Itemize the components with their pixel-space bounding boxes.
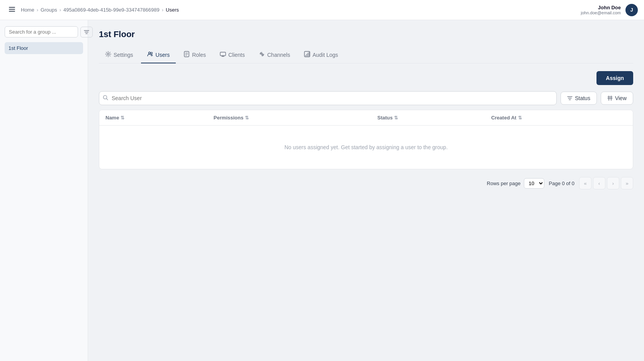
- assign-button[interactable]: Assign: [596, 71, 633, 85]
- user-email: john.doe@email.com: [581, 10, 621, 15]
- col-created-at-sort[interactable]: Created At ⇅: [491, 115, 627, 121]
- app-layout: 1st Floor 1st Floor Settings: [0, 20, 644, 361]
- col-status-sort[interactable]: Status ⇅: [377, 115, 479, 121]
- tab-clients-label: Clients: [228, 52, 245, 58]
- last-page-button[interactable]: »: [621, 177, 633, 189]
- rows-per-page-select[interactable]: 10 25 50: [524, 178, 544, 189]
- users-table: Name ⇅ Permissions ⇅ Sta: [99, 110, 633, 169]
- page-nav: « ‹ › »: [579, 177, 633, 189]
- tabs: Settings Users: [99, 47, 633, 63]
- breadcrumb-group-id[interactable]: 495a0869-4deb-415b-99e9-334747866989: [63, 7, 160, 13]
- avatar: J: [625, 4, 638, 16]
- empty-row: No users assigned yet. Get started by as…: [99, 126, 633, 169]
- breadcrumb-sep-2: ›: [59, 7, 61, 13]
- top-navigation: Home › Groups › 495a0869-4deb-415b-99e9-…: [0, 0, 644, 20]
- clients-icon: [220, 51, 226, 59]
- main-content: 1st Floor Settings: [88, 20, 644, 361]
- roles-icon: [184, 51, 190, 59]
- user-info: John Doe john.doe@email.com: [581, 5, 621, 15]
- breadcrumb-sep-1: ›: [37, 7, 38, 13]
- view-label: View: [615, 95, 627, 101]
- sidebar-search-row: [5, 26, 83, 37]
- users-icon: [147, 51, 153, 59]
- status-filter-button[interactable]: Status: [561, 92, 597, 105]
- col-permissions-label: Permissions: [214, 115, 243, 121]
- breadcrumb-current: Users: [166, 7, 179, 13]
- user-name: John Doe: [581, 5, 621, 10]
- col-permissions-sort[interactable]: Permissions ⇅: [214, 115, 365, 121]
- audit-logs-icon: [304, 51, 310, 59]
- tab-roles[interactable]: Roles: [177, 47, 212, 63]
- sidebar-toggle-button[interactable]: [6, 3, 18, 16]
- user-search-wrapper: [99, 91, 557, 105]
- sort-icon-status: ⇅: [394, 115, 398, 121]
- tab-settings[interactable]: Settings: [99, 47, 139, 63]
- sort-icon-created-at: ⇅: [518, 115, 522, 121]
- search-input[interactable]: [5, 26, 78, 37]
- svg-line-23: [107, 99, 108, 100]
- pagination-row: Rows per page 10 25 50 Page 0 of 0 « ‹ ›…: [99, 175, 633, 191]
- sort-icon-name: ⇅: [121, 115, 124, 121]
- sidebar-item-1st-floor[interactable]: 1st Floor: [5, 42, 83, 54]
- user-search-input[interactable]: [99, 91, 557, 105]
- toolbar-row: Assign: [99, 71, 633, 85]
- page-title: 1st Floor: [99, 29, 633, 39]
- col-created-at: Created At ⇅: [485, 110, 633, 126]
- tab-channels-label: Channels: [267, 52, 290, 58]
- col-permissions: Permissions ⇅: [207, 110, 371, 126]
- tab-clients[interactable]: Clients: [214, 47, 251, 63]
- topnav-left: Home › Groups › 495a0869-4deb-415b-99e9-…: [6, 3, 179, 16]
- status-filter-label: Status: [575, 95, 590, 101]
- rows-per-page-label: Rows per page: [487, 180, 520, 186]
- rows-per-page: Rows per page 10 25 50: [487, 178, 544, 189]
- next-page-button[interactable]: ›: [607, 177, 619, 189]
- col-status-label: Status: [377, 115, 393, 121]
- col-created-at-label: Created At: [491, 115, 516, 121]
- search-icon: [103, 95, 108, 102]
- breadcrumb-groups[interactable]: Groups: [41, 7, 57, 13]
- svg-rect-2: [9, 11, 15, 12]
- topnav-right: John Doe john.doe@email.com J: [581, 4, 638, 16]
- settings-icon: [105, 51, 111, 59]
- tab-roles-label: Roles: [192, 52, 206, 58]
- svg-rect-13: [220, 52, 226, 56]
- first-page-button[interactable]: «: [579, 177, 591, 189]
- svg-rect-0: [9, 7, 15, 8]
- search-filter-row: Status View: [99, 91, 633, 105]
- breadcrumb-home[interactable]: Home: [21, 7, 34, 13]
- tab-channels[interactable]: Channels: [253, 47, 296, 63]
- col-name-label: Name: [105, 115, 119, 121]
- users-table-container: Name ⇅ Permissions ⇅ Sta: [99, 110, 633, 169]
- svg-rect-1: [9, 9, 15, 10]
- breadcrumb-sep-3: ›: [162, 7, 163, 13]
- col-name-sort[interactable]: Name ⇅: [105, 115, 201, 121]
- svg-point-8: [151, 52, 152, 54]
- tab-settings-label: Settings: [114, 52, 133, 58]
- prev-page-button[interactable]: ‹: [593, 177, 605, 189]
- tab-audit-logs-label: Audit Logs: [313, 52, 338, 58]
- breadcrumb: Home › Groups › 495a0869-4deb-415b-99e9-…: [21, 7, 179, 13]
- svg-point-7: [148, 52, 150, 54]
- empty-message: No users assigned yet. Get started by as…: [99, 126, 633, 169]
- sidebar: 1st Floor: [0, 20, 88, 361]
- channels-icon: [259, 51, 265, 59]
- view-button[interactable]: View: [601, 92, 633, 105]
- tab-users[interactable]: Users: [141, 47, 176, 63]
- tab-audit-logs[interactable]: Audit Logs: [298, 47, 344, 63]
- col-status: Status ⇅: [371, 110, 485, 126]
- tab-users-label: Users: [156, 52, 170, 58]
- page-info: Page 0 of 0: [549, 180, 575, 186]
- svg-point-16: [261, 53, 263, 55]
- svg-point-6: [107, 53, 109, 55]
- sort-icon-permissions: ⇅: [245, 115, 249, 121]
- col-name: Name ⇅: [99, 110, 207, 126]
